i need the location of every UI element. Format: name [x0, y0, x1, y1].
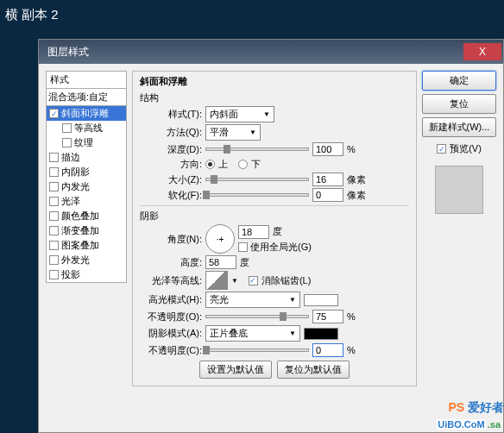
- style-item[interactable]: 光泽: [47, 194, 126, 209]
- style-select[interactable]: 内斜面▼: [205, 106, 274, 122]
- highlight-opacity-row: 不透明度(O): 75 %: [140, 310, 409, 323]
- style-checkbox[interactable]: [62, 138, 72, 147]
- opacity-unit: %: [347, 311, 356, 322]
- style-item-label: 纹理: [74, 136, 93, 149]
- watermark-p: PS: [448, 400, 464, 414]
- angle-dial[interactable]: ·+: [205, 224, 235, 254]
- style-item-label: 内发光: [61, 180, 90, 193]
- style-item[interactable]: 描边: [47, 150, 126, 165]
- antialias-label: 消除锯齿(L): [261, 274, 311, 287]
- style-checkbox[interactable]: [49, 182, 59, 191]
- shadow-opacity-slider[interactable]: [205, 348, 309, 352]
- direction-label: 方向:: [140, 158, 202, 171]
- soften-input[interactable]: 0: [312, 188, 343, 202]
- watermark-uibo: UiBO.CoM: [437, 419, 485, 430]
- up-label: 上: [218, 158, 228, 171]
- blending-options[interactable]: 混合选项:自定: [46, 89, 127, 106]
- highlight-opacity-slider[interactable]: [205, 315, 309, 318]
- direction-up-radio[interactable]: [205, 160, 215, 169]
- shadow-mode-select[interactable]: 正片叠底▼: [205, 325, 300, 342]
- chevron-down-icon: ▼: [249, 129, 256, 136]
- style-item[interactable]: 投影: [47, 267, 126, 282]
- gloss-row: 光泽等高线: ▼ ✓ 消除锯齿(L): [140, 271, 409, 290]
- size-unit: 像素: [347, 173, 366, 186]
- size-row: 大小(Z): 16 像素: [140, 173, 409, 186]
- bevel-settings-panel: 斜面和浮雕 结构 样式(T): 内斜面▼ 方法(Q): 平滑▼ 深度(D): 1…: [132, 71, 417, 425]
- style-item[interactable]: 渐变叠加: [47, 223, 126, 238]
- style-item[interactable]: ✓斜面和浮雕: [47, 106, 126, 121]
- opacity-unit: %: [347, 345, 356, 355]
- highlight-mode-row: 高光模式(H): 亮光▼: [140, 292, 409, 308]
- size-slider[interactable]: [205, 178, 309, 181]
- depth-slider[interactable]: [205, 147, 309, 151]
- soften-unit: 像素: [347, 189, 366, 202]
- style-item[interactable]: 内发光: [47, 179, 126, 194]
- style-checkbox[interactable]: ✓: [49, 109, 59, 118]
- cancel-button[interactable]: 复位: [422, 94, 496, 114]
- style-checkbox[interactable]: [49, 226, 59, 235]
- bevel-group: 斜面和浮雕 结构 样式(T): 内斜面▼ 方法(Q): 平滑▼ 深度(D): 1…: [132, 71, 417, 386]
- direction-down-radio[interactable]: [238, 160, 248, 169]
- chevron-down-icon: ▼: [289, 329, 296, 337]
- preview-checkbox[interactable]: ✓: [437, 144, 446, 154]
- angle-input[interactable]: 18: [238, 225, 269, 239]
- technique-select[interactable]: 平滑▼: [205, 124, 261, 141]
- depth-row: 深度(D): 100 %: [140, 142, 409, 156]
- down-label: 下: [251, 158, 261, 171]
- style-checkbox[interactable]: [49, 270, 59, 279]
- style-checkbox[interactable]: [49, 211, 59, 221]
- altitude-input[interactable]: 58: [205, 255, 236, 269]
- depth-input[interactable]: 100: [312, 142, 343, 156]
- highlight-opacity-label: 不透明度(O):: [140, 311, 202, 323]
- style-checkbox[interactable]: [49, 241, 59, 250]
- altitude-unit: 度: [240, 256, 249, 269]
- style-checkbox[interactable]: [49, 167, 59, 177]
- style-item-label: 斜面和浮雕: [61, 107, 109, 120]
- style-checkbox[interactable]: [49, 153, 59, 162]
- style-item[interactable]: 颜色叠加: [47, 209, 126, 223]
- shadow-mode-label: 阴影模式(A):: [140, 327, 202, 340]
- highlight-opacity-input[interactable]: 75: [312, 310, 343, 323]
- preview-row: ✓ 预览(V): [422, 142, 496, 155]
- shadow-color-swatch[interactable]: [304, 328, 338, 340]
- depth-unit: %: [347, 144, 356, 154]
- gloss-label: 光泽等高线:: [140, 274, 202, 287]
- styles-list-panel: 样式 混合选项:自定 ✓斜面和浮雕等高线纹理描边内阴影内发光光泽颜色叠加渐变叠加…: [46, 71, 127, 425]
- style-checkbox[interactable]: [49, 255, 59, 265]
- style-list: ✓斜面和浮雕等高线纹理描边内阴影内发光光泽颜色叠加渐变叠加图案叠加外发光投影: [46, 106, 127, 283]
- highlight-mode-select[interactable]: 亮光▼: [205, 292, 300, 308]
- global-light-checkbox[interactable]: [238, 242, 248, 252]
- styles-header[interactable]: 样式: [46, 71, 127, 89]
- style-item-label: 颜色叠加: [61, 210, 99, 223]
- style-row: 样式(T): 内斜面▼: [140, 106, 409, 122]
- angle-unit: 度: [273, 225, 282, 238]
- altitude-label: 高度:: [140, 256, 202, 269]
- soften-slider[interactable]: [205, 193, 309, 197]
- chevron-down-icon: ▼: [289, 296, 296, 304]
- technique-row: 方法(Q): 平滑▼: [140, 124, 409, 141]
- shadow-opacity-row: 不透明度(C): 0 %: [140, 343, 409, 357]
- style-checkbox[interactable]: [62, 123, 72, 133]
- style-item[interactable]: 图案叠加: [47, 238, 126, 253]
- style-item[interactable]: 纹理: [47, 135, 126, 150]
- layer-style-dialog: 图层样式 X 样式 混合选项:自定 ✓斜面和浮雕等高线纹理描边内阴影内发光光泽颜…: [38, 39, 504, 433]
- close-button[interactable]: X: [463, 43, 501, 60]
- structure-title: 结构: [140, 91, 409, 104]
- style-item-label: 图案叠加: [61, 239, 99, 252]
- shadow-opacity-input[interactable]: 0: [312, 343, 343, 357]
- dialog-titlebar[interactable]: 图层样式 X: [39, 40, 503, 64]
- antialias-checkbox[interactable]: ✓: [249, 276, 258, 286]
- gloss-contour-picker[interactable]: [205, 271, 228, 290]
- style-checkbox[interactable]: [49, 197, 59, 206]
- new-style-button[interactable]: 新建样式(W)...: [422, 117, 496, 137]
- size-input[interactable]: 16: [312, 173, 343, 186]
- style-item[interactable]: 外发光: [47, 253, 126, 267]
- highlight-color-swatch[interactable]: [304, 294, 338, 306]
- ok-button[interactable]: 确定: [422, 71, 496, 91]
- style-item[interactable]: 等高线: [47, 121, 126, 135]
- make-default-button[interactable]: 设置为默认值: [199, 361, 272, 379]
- depth-label: 深度(D):: [140, 143, 202, 156]
- soften-row: 软化(F): 0 像素: [140, 188, 409, 202]
- reset-default-button[interactable]: 复位为默认值: [277, 361, 350, 379]
- style-item[interactable]: 内阴影: [47, 165, 126, 179]
